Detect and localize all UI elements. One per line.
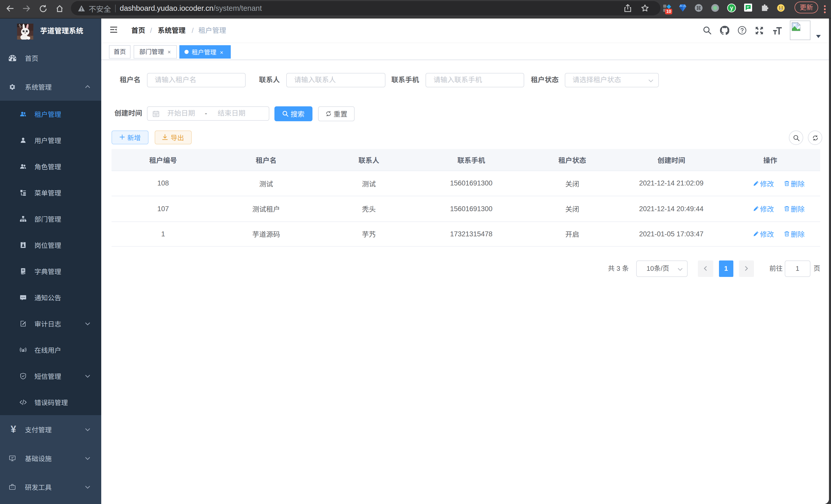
svg-text:y: y (730, 4, 733, 11)
